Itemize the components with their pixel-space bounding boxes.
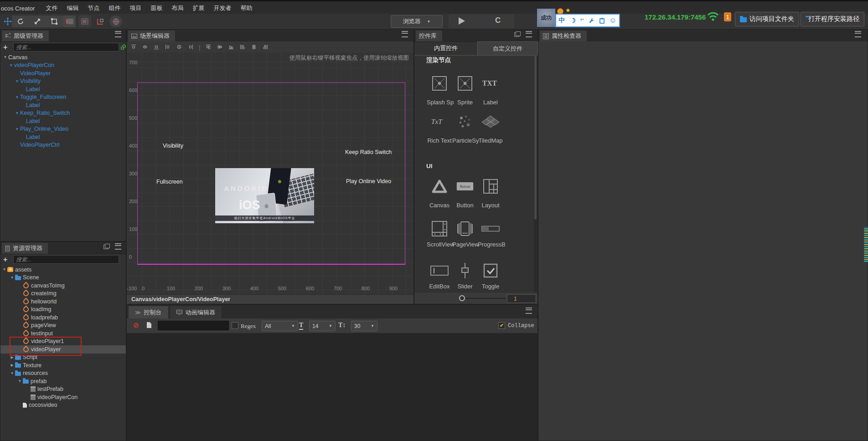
layout-icon[interactable] [481, 177, 500, 195]
tab-custom-widgets[interactable]: 自定义控件 [477, 41, 538, 55]
scrollbar-thumb[interactable] [534, 56, 537, 220]
hierarchy-node-Keep_Ratio_Switch[interactable]: ▼Keep_Ratio_Switch [0, 109, 126, 118]
expand-arrow-icon[interactable]: ▼ [14, 111, 20, 115]
asset-item-loadImg[interactable]: loadImg [0, 306, 126, 314]
inspector-tab[interactable]: 属性检查器 [540, 31, 587, 41]
tab-builtin-widgets[interactable]: 内置控件 [414, 41, 477, 55]
line-height-dropdown[interactable]: 30 ▼ [351, 321, 377, 331]
panel-menu-icon[interactable] [855, 31, 861, 39]
panel-menu-icon[interactable] [402, 31, 408, 39]
panel-float-icon[interactable] [514, 32, 519, 38]
scene-label-Play-Online-Video[interactable]: Play Online Video [346, 178, 391, 185]
editbox-icon[interactable] [430, 262, 449, 280]
wrench-icon[interactable] [589, 18, 594, 24]
open-log-file-button[interactable] [147, 322, 151, 328]
collapse-checkbox[interactable] [498, 322, 505, 329]
align-tool-10[interactable] [239, 44, 246, 50]
widget-label-Rich-Text[interactable]: Rich Text [427, 137, 452, 144]
menu-节点[interactable]: 节点 [83, 5, 104, 11]
asset-item-Texture[interactable]: ▶Texture [0, 361, 126, 369]
zoom-slider-knob[interactable] [459, 295, 465, 301]
assets-tab[interactable]: 资源管理器 [2, 243, 48, 254]
expand-arrow-icon[interactable]: ▼ [9, 276, 15, 280]
hierarchy-node-Label[interactable]: Label [0, 117, 126, 125]
menu-组件[interactable]: 组件 [104, 5, 125, 11]
menu-编辑[interactable]: 编辑 [62, 5, 83, 11]
open-install-path-button[interactable]: 打开程序安装路径 [801, 12, 864, 26]
align-tool-2[interactable] [142, 44, 148, 50]
widget-label-ScrollView[interactable]: ScrollView [427, 241, 452, 248]
expand-arrow-icon[interactable]: ▼ [14, 95, 20, 99]
regex-checkbox[interactable] [232, 322, 238, 329]
menu-布局[interactable]: 布局 [167, 5, 188, 11]
tiledmap-icon[interactable] [481, 113, 500, 131]
panel-menu-icon[interactable] [115, 243, 121, 251]
asset-item-loadprefab[interactable]: loadprefab [0, 313, 126, 322]
clear-console-button[interactable]: ⊘ [133, 321, 139, 329]
gizmo-anchor-button[interactable] [78, 15, 91, 27]
menu-帮助[interactable]: 帮助 [236, 5, 257, 11]
button-icon[interactable]: Button [456, 177, 474, 195]
align-tool-1[interactable] [130, 44, 137, 50]
scale-tool-button[interactable] [29, 15, 46, 27]
zoom-value-box[interactable]: 1 [507, 294, 536, 303]
widget-label-TiledMap[interactable]: TiledMap [478, 137, 503, 144]
widget-label-ProgressB[interactable]: ProgressB [478, 241, 503, 248]
label-txt-icon[interactable]: TXT [481, 74, 500, 92]
toggle-icon[interactable] [481, 262, 500, 280]
asset-item-createImg[interactable]: createImg [0, 290, 126, 298]
align-tool-9[interactable] [228, 44, 234, 50]
hierarchy-node-Label[interactable]: Label [0, 101, 126, 109]
particles-icon[interactable] [456, 113, 474, 131]
asset-item-testPrefab[interactable]: testPrefab [0, 385, 126, 394]
ime-mode-button[interactable]: 中 [558, 16, 565, 25]
expand-arrow-icon[interactable]: ▼ [2, 55, 8, 59]
widget-label-ParticleSy[interactable]: ParticleSy [452, 137, 478, 144]
notification-badge[interactable]: 1 [724, 12, 731, 21]
asset-item-pageView[interactable]: pageView [0, 322, 126, 330]
punctuation-icon[interactable]: °’ [580, 18, 584, 23]
tab-animation-editor[interactable]: 动画编辑器 [170, 306, 222, 318]
asset-item-testInput[interactable]: testInput [0, 329, 126, 338]
canvas-icon[interactable] [430, 177, 449, 195]
rotate-tool-button[interactable] [12, 15, 29, 27]
asset-item-cocosvideo[interactable]: cocosvideo [0, 401, 126, 410]
hierarchy-search-input[interactable] [13, 43, 119, 51]
expand-arrow-icon[interactable]: ▼ [9, 371, 15, 375]
add-node-button[interactable]: + [3, 43, 7, 51]
widget-label-Toggle[interactable]: Toggle [478, 283, 503, 290]
hierarchy-tab[interactable]: 层级管理器 [2, 31, 49, 41]
zoom-slider-track[interactable] [462, 298, 506, 299]
align-tool-4[interactable] [165, 44, 171, 50]
align-tool-8[interactable] [217, 44, 223, 50]
clipboard-icon[interactable] [599, 18, 604, 24]
video-player-node[interactable]: ANDORID iOS 他们大部分集中在Android和iOS平台 [215, 168, 314, 223]
assets-search-input[interactable] [13, 255, 119, 264]
hierarchy-node-videoPlayerCon[interactable]: ▼videoPlayerCon [0, 62, 126, 70]
widget-label-Canvas[interactable]: Canvas [427, 202, 452, 209]
gizmo-position-button[interactable] [63, 15, 76, 27]
rect-tool-button[interactable] [46, 15, 62, 27]
gizmo-corner-button[interactable] [94, 15, 107, 27]
align-tool-3[interactable] [153, 44, 160, 50]
align-tool-6[interactable] [187, 44, 194, 50]
scrollview-icon[interactable] [430, 220, 449, 238]
scene-canvas[interactable]: 使用鼠标右键平移视窗焦点，使用滚轮缩放视图 700600500400300200… [127, 52, 413, 295]
log-level-dropdown[interactable]: All ▼ [262, 321, 298, 331]
docked-edge-tab[interactable] [864, 226, 868, 262]
hierarchy-node-VideoPlayer[interactable]: VideoPlayer [0, 69, 126, 77]
align-tool-12[interactable] [262, 44, 269, 50]
expand-arrow-icon[interactable]: ▼ [14, 79, 20, 83]
refresh-button[interactable]: C [495, 16, 501, 25]
hierarchy-node-Toggle_Fullscreen[interactable]: ▼Toggle_Fullscreen [0, 93, 126, 102]
expand-arrow-icon[interactable]: ▶ [9, 355, 15, 359]
richtext-icon[interactable]: TxT [430, 113, 449, 131]
expand-arrow-icon[interactable]: ▼ [1, 267, 7, 272]
widget-label-Splash-Sp[interactable]: Splash Sp [427, 99, 452, 106]
expand-arrow-icon[interactable]: ▼ [17, 379, 23, 383]
hierarchy-node-Play_Online_Video[interactable]: ▼Play_Online_Video [0, 125, 126, 133]
panel-menu-icon[interactable] [526, 308, 532, 315]
progressbar-icon[interactable] [481, 220, 500, 238]
asset-item-assets[interactable]: ▼assets [0, 266, 126, 274]
hierarchy-node-VideoPlayerCtrl[interactable]: VideoPlayerCtrl [0, 141, 126, 149]
